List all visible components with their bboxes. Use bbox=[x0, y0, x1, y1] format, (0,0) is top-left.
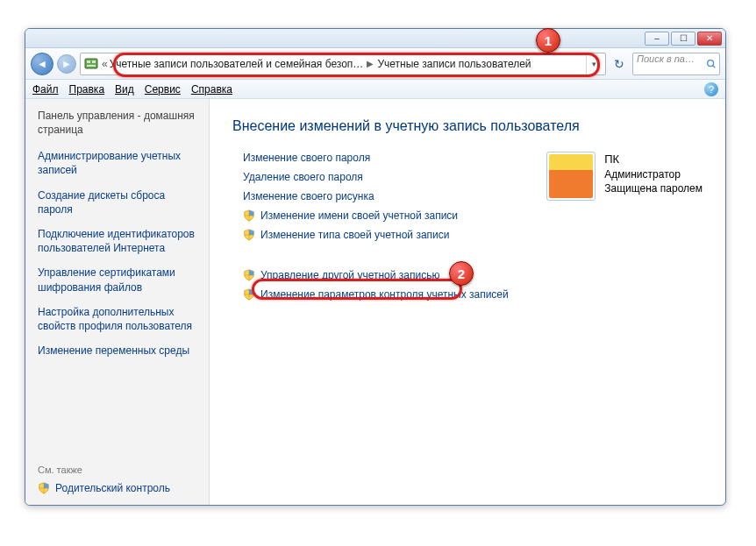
menu-tools[interactable]: Сервис bbox=[145, 83, 181, 96]
main-content: Внесение изменений в учетную запись поль… bbox=[210, 99, 725, 505]
link-uac-settings[interactable]: Изменение параметров контроля учетных за… bbox=[243, 288, 703, 301]
maximize-button[interactable]: ☐ bbox=[671, 32, 695, 46]
close-button[interactable]: ✕ bbox=[697, 32, 722, 46]
sidebar-link-manage-accounts[interactable]: Администрирование учетных записей bbox=[38, 149, 196, 177]
window-body: Панель управления - домашняя страница Ад… bbox=[25, 99, 725, 505]
sidebar-link-password-reset-disk[interactable]: Создание дискеты сброса пароля bbox=[38, 188, 196, 216]
sidebar-home-link[interactable]: Панель управления - домашняя страница bbox=[38, 110, 196, 137]
control-panel-icon bbox=[84, 57, 98, 71]
help-icon[interactable]: ? bbox=[704, 82, 718, 96]
breadcrumb-dropdown-button[interactable]: ▾ bbox=[586, 53, 602, 74]
menu-bar: Файл Правка Вид Сервис Справка ? bbox=[25, 80, 725, 99]
shield-icon bbox=[243, 229, 255, 241]
link-change-account-name[interactable]: Изменение имени своей учетной записи bbox=[243, 209, 703, 222]
titlebar: – ☐ ✕ bbox=[25, 29, 725, 48]
breadcrumb-bar[interactable]: « Учетные записи пользователей и семейна… bbox=[80, 53, 606, 75]
sidebar-link-parental-controls[interactable]: Родительский контроль bbox=[38, 482, 196, 494]
sidebar-see-also-label: См. также bbox=[38, 464, 196, 475]
search-placeholder: Поиск в па… bbox=[637, 53, 695, 64]
sidebar-link-online-ids[interactable]: Подключение идентификаторов пользователе… bbox=[38, 227, 196, 255]
sidebar-link-env-vars[interactable]: Изменение переменных среды bbox=[38, 344, 196, 358]
menu-help[interactable]: Справка bbox=[191, 83, 232, 96]
user-info: ПК Администратор Защищена паролем bbox=[604, 152, 703, 195]
avatar[interactable] bbox=[546, 152, 596, 201]
breadcrumb-segment-1[interactable]: Учетные записи пользователей и семейная … bbox=[110, 58, 364, 70]
breadcrumb-segment-2[interactable]: Учетные записи пользователей bbox=[377, 58, 531, 70]
shield-icon bbox=[38, 482, 50, 494]
user-role: Администратор bbox=[604, 167, 703, 181]
avatar-image bbox=[549, 154, 593, 198]
shield-icon bbox=[243, 209, 255, 222]
page-title: Внесение изменений в учетную запись поль… bbox=[232, 118, 703, 134]
annotation-badge-2: 2 bbox=[449, 261, 474, 286]
link-change-account-type[interactable]: Изменение типа своей учетной записи bbox=[243, 229, 703, 241]
menu-file[interactable]: Файл bbox=[32, 83, 59, 96]
user-protection: Защищена паролем bbox=[604, 181, 703, 195]
shield-icon bbox=[243, 288, 255, 301]
sidebar-link-label: Родительский контроль bbox=[55, 482, 170, 494]
search-icon bbox=[706, 59, 717, 69]
minimize-button[interactable]: – bbox=[645, 32, 669, 46]
user-name: ПК bbox=[604, 152, 703, 167]
breadcrumb-overflow[interactable]: « bbox=[102, 58, 108, 70]
shield-icon bbox=[243, 269, 255, 281]
search-input[interactable]: Поиск в па… bbox=[632, 53, 720, 75]
control-panel-window: – ☐ ✕ ◄ ► « Учетные записи пользователей… bbox=[25, 28, 726, 506]
nav-forward-button[interactable]: ► bbox=[57, 54, 76, 74]
annotation-badge-1: 1 bbox=[536, 28, 560, 53]
sidebar-link-advanced-profile[interactable]: Настройка дополнительных свойств профиля… bbox=[38, 305, 196, 333]
refresh-button[interactable]: ↻ bbox=[610, 54, 629, 74]
nav-toolbar: ◄ ► « Учетные записи пользователей и сем… bbox=[25, 48, 725, 80]
nav-back-button[interactable]: ◄ bbox=[31, 53, 53, 75]
sidebar: Панель управления - домашняя страница Ад… bbox=[25, 99, 210, 505]
user-account-card: ПК Администратор Защищена паролем bbox=[546, 152, 703, 201]
menu-edit[interactable]: Правка bbox=[69, 83, 105, 96]
sidebar-link-encryption-certs[interactable]: Управление сертификатами шифрования файл… bbox=[38, 266, 196, 294]
menu-view[interactable]: Вид bbox=[115, 83, 134, 96]
chevron-right-icon: ▶ bbox=[367, 59, 374, 68]
